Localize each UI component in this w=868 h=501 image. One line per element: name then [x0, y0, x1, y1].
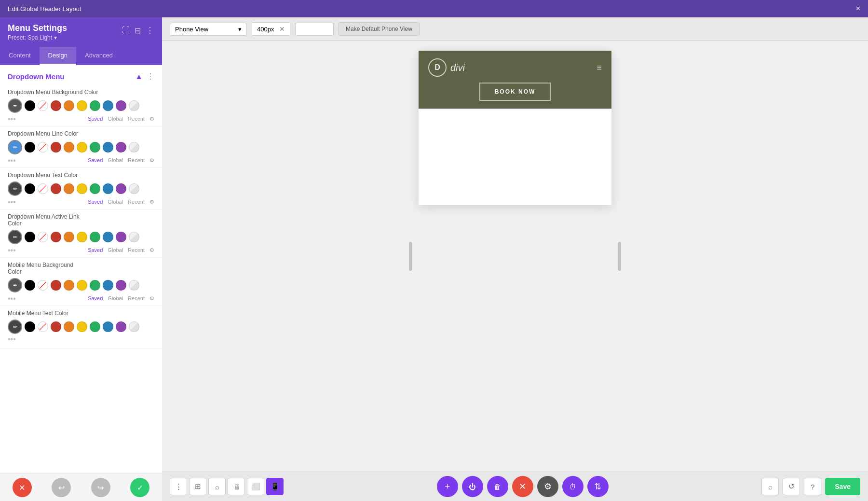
refresh-tool[interactable]: ↺	[783, 478, 800, 495]
global-label-5[interactable]: Global	[108, 295, 123, 302]
global-label-4[interactable]: Global	[108, 247, 123, 253]
color-blue-5[interactable]	[103, 280, 113, 291]
recent-label-4[interactable]: Recent	[128, 247, 145, 253]
recent-label-1[interactable]: Recent	[128, 116, 145, 122]
hamburger-icon[interactable]: ≡	[597, 63, 602, 73]
color-black-5[interactable]	[25, 280, 35, 291]
color-red-3[interactable]	[51, 183, 61, 194]
search-tool[interactable]: ⌕	[208, 478, 226, 495]
dots-icon-6[interactable]: •••	[8, 335, 16, 344]
color-picker-dropdown-text[interactable]: ✏	[8, 181, 22, 196]
settings-icon-2[interactable]: ⚙	[149, 157, 154, 164]
redo-button[interactable]: ↪	[91, 478, 110, 497]
px-input[interactable]: 400px ✕	[252, 22, 290, 36]
zoom-tool[interactable]: ⌕	[761, 478, 779, 495]
saved-label-4[interactable]: Saved	[88, 247, 103, 253]
color-yellow-1[interactable]	[77, 100, 87, 111]
power-button[interactable]: ⏻	[462, 476, 483, 497]
color-orange-5[interactable]	[64, 280, 74, 291]
color-purple-5[interactable]	[116, 280, 126, 291]
color-transparent-3[interactable]	[38, 183, 48, 194]
dots-icon-5[interactable]: •••	[8, 294, 16, 303]
section-menu-icon[interactable]: ⋮	[147, 72, 154, 81]
color-red-4[interactable]	[51, 232, 61, 242]
history-button[interactable]: ⏱	[562, 476, 583, 497]
tablet-view-tool[interactable]: ⬜	[247, 478, 264, 495]
color-green-4[interactable]	[90, 232, 100, 242]
color-transparent-5[interactable]	[38, 280, 48, 291]
color-picker-mobile-bg[interactable]: ✒	[8, 278, 22, 292]
saved-label-3[interactable]: Saved	[88, 199, 103, 205]
color-orange-3[interactable]	[64, 183, 74, 194]
make-default-button[interactable]: Make Default Phone View	[339, 22, 420, 36]
color-black-6[interactable]	[25, 321, 35, 332]
color-black-2[interactable]	[25, 142, 35, 153]
tab-advanced[interactable]: Advanced	[76, 47, 122, 65]
help-tool[interactable]: ?	[804, 478, 821, 495]
sort-button[interactable]: ⇅	[587, 476, 609, 497]
settings-icon-5[interactable]: ⚙	[149, 295, 154, 302]
recent-label-3[interactable]: Recent	[128, 199, 145, 205]
color-orange-2[interactable]	[64, 142, 74, 153]
color-transparent-4[interactable]	[38, 232, 48, 242]
color-orange-6[interactable]	[64, 321, 74, 332]
color-eraser-6[interactable]	[129, 321, 139, 332]
px-close-icon[interactable]: ✕	[279, 25, 285, 33]
add-button[interactable]: +	[437, 476, 458, 497]
color-black-3[interactable]	[25, 183, 35, 194]
color-transparent-1[interactable]	[38, 100, 48, 111]
phone-view-tool[interactable]: 📱	[266, 478, 284, 495]
color-green-1[interactable]	[90, 100, 100, 111]
settings-icon-3[interactable]: ⚙	[149, 199, 154, 205]
drag-handle-left[interactable]	[409, 242, 412, 271]
color-green-2[interactable]	[90, 142, 100, 153]
color-eraser-4[interactable]	[129, 232, 139, 242]
desktop-view-tool[interactable]: 🖥	[228, 478, 245, 495]
book-now-button[interactable]: BOOK NOW	[479, 83, 551, 101]
dots-icon-4[interactable]: •••	[8, 246, 16, 255]
close-circle-button[interactable]: ✕	[512, 476, 533, 497]
color-green-6[interactable]	[90, 321, 100, 332]
color-blue-4[interactable]	[103, 232, 113, 242]
global-label-2[interactable]: Global	[108, 157, 123, 164]
color-purple-1[interactable]	[116, 100, 126, 111]
view-select[interactable]: Phone View ▾	[170, 23, 247, 36]
color-black-1[interactable]	[25, 100, 35, 111]
chevron-down-icon[interactable]: ▾	[54, 34, 57, 41]
color-red-2[interactable]	[51, 142, 61, 153]
more-options-icon[interactable]: ⋮	[146, 25, 154, 36]
color-purple-4[interactable]	[116, 232, 126, 242]
undo-button[interactable]: ↩	[52, 478, 71, 497]
width-input[interactable]	[295, 23, 334, 36]
color-red-1[interactable]	[51, 100, 61, 111]
drag-handle-right[interactable]	[618, 242, 621, 271]
dots-icon-3[interactable]: •••	[8, 198, 16, 207]
color-yellow-3[interactable]	[77, 183, 87, 194]
settings-circle-button[interactable]: ⚙	[537, 476, 558, 497]
color-yellow-4[interactable]	[77, 232, 87, 242]
delete-button[interactable]: 🗑	[487, 476, 508, 497]
color-green-3[interactable]	[90, 183, 100, 194]
color-orange-1[interactable]	[64, 100, 74, 111]
color-red-6[interactable]	[51, 321, 61, 332]
columns-icon[interactable]: ⊟	[135, 26, 141, 35]
color-black-4[interactable]	[25, 232, 35, 242]
cancel-button[interactable]: ✕	[13, 478, 32, 497]
save-button[interactable]: Save	[825, 478, 860, 495]
recent-label-5[interactable]: Recent	[128, 295, 145, 302]
color-blue-2[interactable]	[103, 142, 113, 153]
color-eraser-5[interactable]	[129, 280, 139, 291]
color-blue-3[interactable]	[103, 183, 113, 194]
saved-label-2[interactable]: Saved	[88, 157, 103, 164]
recent-label-2[interactable]: Recent	[128, 157, 145, 164]
more-options-tool[interactable]: ⋮	[170, 478, 187, 495]
color-purple-6[interactable]	[116, 321, 126, 332]
collapse-icon[interactable]: ▲	[135, 72, 143, 81]
color-yellow-5[interactable]	[77, 280, 87, 291]
settings-icon-4[interactable]: ⚙	[149, 247, 154, 253]
tab-content[interactable]: Content	[0, 47, 40, 65]
color-blue-6[interactable]	[103, 321, 113, 332]
color-picker-dropdown-active[interactable]: ✏	[8, 230, 22, 244]
grid-view-tool[interactable]: ⊞	[189, 478, 206, 495]
global-label-1[interactable]: Global	[108, 116, 123, 122]
